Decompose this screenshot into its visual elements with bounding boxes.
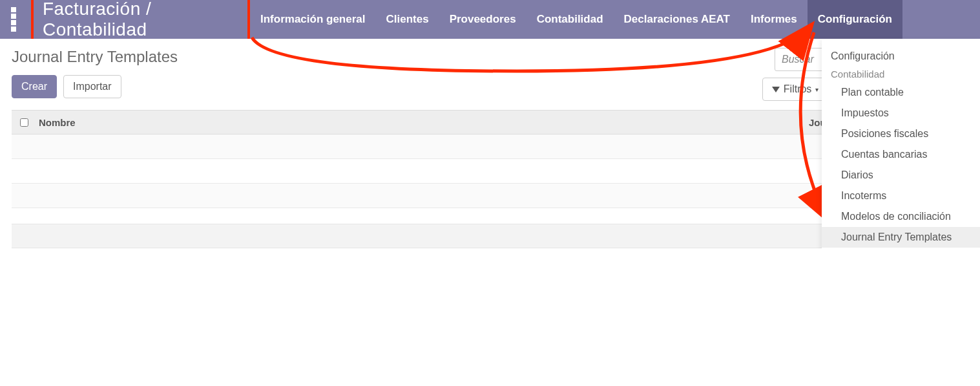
config-dropdown: Configuración Contabilidad Plan contable… [822,39,980,248]
main-nav: Información general Clientes Proveedores… [250,0,980,39]
apps-icon[interactable] [8,13,19,26]
select-all-checkbox[interactable] [20,118,28,127]
dd-incoterms[interactable]: Incoterms [822,186,980,206]
dd-journal-entry-templates[interactable]: Journal Entry Templates [822,227,980,248]
chevron-down-icon: ▾ [815,86,818,93]
nav-informes[interactable]: Informes [740,0,808,39]
nav-configuracion[interactable]: Configuración [808,0,902,39]
nav-contabilidad[interactable]: Contabilidad [526,0,614,39]
dropdown-section-administracion: Administración [822,248,980,248]
nav-clientes[interactable]: Clientes [375,0,439,39]
dd-plan-contable[interactable]: Plan contable [822,82,980,103]
nav-info-general[interactable]: Información general [250,0,375,39]
nav-declaraciones[interactable]: Declaraciones AEAT [614,0,740,39]
topbar: Facturación / Contabilidad Información g… [0,0,980,39]
col-nombre[interactable]: Nombre [36,117,800,128]
select-all-cell [12,118,36,127]
dd-modelos-conciliacion[interactable]: Modelos de conciliación [822,206,980,227]
dd-posiciones-fiscales[interactable]: Posiciones fiscales [822,123,980,144]
dropdown-header[interactable]: Configuración [822,47,980,66]
filters-button[interactable]: Filtros▾ [762,78,829,101]
dd-cuentas-bancarias[interactable]: Cuentas bancarias [822,144,980,165]
dd-impuestos[interactable]: Impuestos [822,103,980,123]
dd-diarios[interactable]: Diarios [822,165,980,186]
nav-proveedores[interactable]: Proveedores [439,0,526,39]
dropdown-section-contabilidad: Contabilidad [822,66,980,82]
page-title: Journal Entry Templates [12,48,762,66]
create-button[interactable]: Crear [12,75,57,98]
funnel-icon [772,87,780,92]
app-title: Facturación / Contabilidad [43,0,151,39]
import-button[interactable]: Importar [63,75,121,98]
